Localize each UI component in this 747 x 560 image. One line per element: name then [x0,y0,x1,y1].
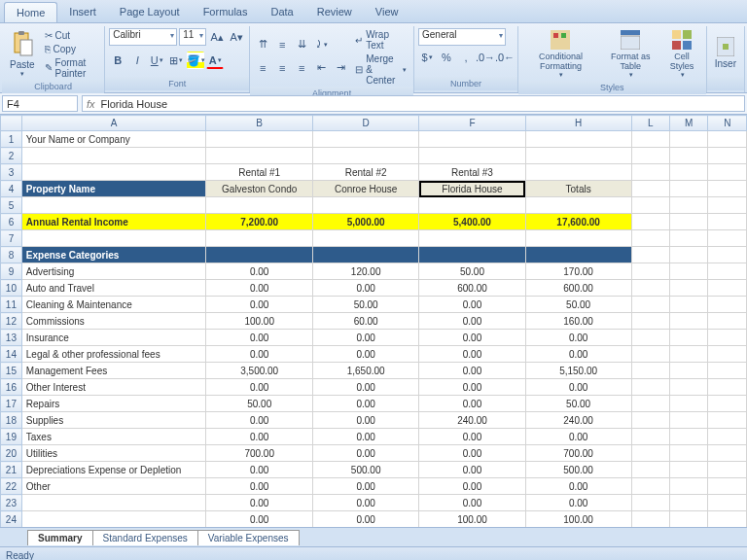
cell-F5[interactable] [419,197,525,214]
cell-L15[interactable] [631,363,669,379]
cell-N15[interactable] [708,363,747,379]
cell-D18[interactable]: 0.00 [312,412,418,429]
cell-A2[interactable] [21,148,206,164]
col-header-M[interactable]: M [670,116,708,131]
cell-A24[interactable] [21,511,206,528]
cell-M7[interactable] [670,230,708,247]
cell-D2[interactable] [312,148,418,164]
cell-B2[interactable] [206,148,313,164]
cell-M4[interactable] [670,181,708,197]
cell-M18[interactable] [670,412,708,429]
conditional-formatting-button[interactable]: Conditional Formatting▾ [522,28,599,81]
row-header-20[interactable]: 20 [1,445,22,462]
cell-H12[interactable]: 160.00 [525,313,631,330]
cell-A22[interactable]: Other [21,478,206,495]
cell-H13[interactable]: 0.00 [525,330,631,346]
cell-L12[interactable] [631,313,669,330]
cell-M21[interactable] [670,462,708,478]
cell-L14[interactable] [631,346,669,363]
cell-A4[interactable]: Property Name [21,181,206,197]
ribbon-tab-formulas[interactable]: Formulas [192,2,260,22]
cell-M12[interactable] [670,313,708,330]
cell-A7[interactable] [21,230,206,247]
cell-H19[interactable]: 0.00 [525,429,631,445]
row-header-23[interactable]: 23 [1,495,22,511]
cell-B14[interactable]: 0.00 [206,346,313,363]
cell-F6[interactable]: 5,400.00 [419,214,525,230]
cell-B24[interactable]: 0.00 [206,511,313,528]
cell-B9[interactable]: 0.00 [206,263,313,280]
align-right-button[interactable]: ≡ [293,59,310,77]
cell-L6[interactable] [631,214,669,230]
cell-L10[interactable] [631,280,669,297]
cell-D3[interactable]: Rental #2 [312,164,418,181]
cell-B4[interactable]: Galveston Condo [206,181,313,197]
cell-B17[interactable]: 50.00 [206,396,313,412]
cell-H24[interactable]: 100.00 [525,511,631,528]
cell-B18[interactable]: 0.00 [206,412,313,429]
cell-F15[interactable]: 0.00 [419,363,525,379]
cell-L19[interactable] [631,429,669,445]
cell-A5[interactable] [21,197,206,214]
align-bottom-button[interactable]: ⇊ [293,36,310,53]
cell-D22[interactable]: 0.00 [312,478,418,495]
cell-F4[interactable]: Florida House [419,181,525,197]
cell-B23[interactable]: 0.00 [206,495,313,511]
cell-M15[interactable] [670,363,708,379]
cell-H10[interactable]: 600.00 [525,280,631,297]
cell-F23[interactable]: 0.00 [419,495,525,511]
row-header-24[interactable]: 24 [1,511,22,528]
cell-F21[interactable]: 0.00 [419,462,525,478]
cell-D5[interactable] [312,197,418,214]
cell-F12[interactable]: 0.00 [419,313,525,330]
cell-N7[interactable] [708,230,747,247]
cell-L20[interactable] [631,445,669,462]
underline-button[interactable]: U▾ [148,52,165,69]
row-header-8[interactable]: 8 [1,247,22,263]
cell-L2[interactable] [631,148,669,164]
row-header-21[interactable]: 21 [1,462,22,478]
cell-A14[interactable]: Legal & other professional fees [21,346,206,363]
merge-center-button[interactable]: ⊟Merge & Center▾ [352,52,409,87]
cell-D19[interactable]: 0.00 [312,429,418,445]
cell-A13[interactable]: Insurance [21,330,206,346]
cell-M8[interactable] [670,247,708,263]
cell-H23[interactable]: 0.00 [525,495,631,511]
cell-A21[interactable]: Depreciations Expense or Depletion [21,462,206,478]
cell-N12[interactable] [708,313,747,330]
cell-B11[interactable]: 0.00 [206,297,313,313]
font-color-button[interactable]: A▾ [206,52,224,69]
cell-F3[interactable]: Rental #3 [419,164,525,181]
cell-D24[interactable]: 0.00 [312,511,418,528]
font-name-select[interactable]: Calibri [109,28,177,46]
col-header-L[interactable]: L [631,116,669,131]
cell-A18[interactable]: Supplies [21,412,206,429]
cell-M19[interactable] [670,429,708,445]
cell-N8[interactable] [708,247,747,263]
cell-H2[interactable] [525,148,631,164]
comma-button[interactable]: , [457,49,475,66]
cell-F9[interactable]: 50.00 [419,263,525,280]
cell-N13[interactable] [708,330,747,346]
insert-cells-button[interactable]: Inser [711,35,740,71]
cell-M3[interactable] [670,164,708,181]
cell-M20[interactable] [670,445,708,462]
cell-F22[interactable]: 0.00 [419,478,525,495]
col-header-H[interactable]: H [525,116,631,131]
cell-D8[interactable] [312,247,418,263]
cell-L4[interactable] [631,181,669,197]
cell-F7[interactable] [419,230,525,247]
cell-H16[interactable]: 0.00 [525,379,631,396]
cell-D16[interactable]: 0.00 [312,379,418,396]
align-top-button[interactable]: ⇈ [254,36,271,53]
row-header-5[interactable]: 5 [1,197,22,214]
cell-N2[interactable] [708,148,747,164]
cell-N11[interactable] [708,297,747,313]
align-center-button[interactable]: ≡ [273,59,291,77]
cell-L16[interactable] [631,379,669,396]
row-header-11[interactable]: 11 [1,297,22,313]
row-header-3[interactable]: 3 [1,164,22,181]
cell-B22[interactable]: 0.00 [206,478,313,495]
cell-D10[interactable]: 0.00 [312,280,418,297]
row-header-10[interactable]: 10 [1,280,22,297]
